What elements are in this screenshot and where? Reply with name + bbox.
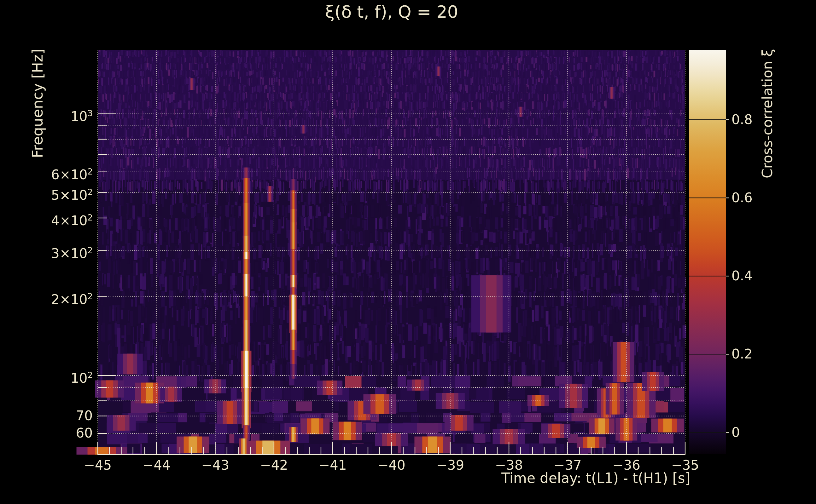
colorbar-tick-label: 0.4 <box>732 267 753 284</box>
y-axis-label: Frequency [Hz] <box>30 49 45 158</box>
x-tick-label: −43 <box>190 457 241 473</box>
heatmap-plot-area <box>0 0 816 504</box>
x-tick-label: −39 <box>425 457 475 473</box>
x-tick-label: −36 <box>601 457 652 473</box>
x-tick-label: −37 <box>542 457 593 473</box>
x-tick-label: −35 <box>660 457 710 473</box>
x-tick-label: −44 <box>131 457 181 473</box>
x-tick-label: −42 <box>249 457 299 473</box>
chart-title: ξ(δ t, f), Q = 20 <box>0 2 783 22</box>
colorbar-tick-label: 0.2 <box>732 346 753 363</box>
x-tick-label: −38 <box>484 457 534 473</box>
y-tick-label: 4×102 <box>0 209 93 226</box>
y-tick-label: 2×102 <box>0 288 93 305</box>
y-tick-label: 102 <box>0 367 93 384</box>
colorbar-tick-label: 0 <box>732 424 740 441</box>
colorbar-tick-label: 0.6 <box>732 189 753 206</box>
y-tick-label: 60 <box>0 425 93 442</box>
y-tick-label: 103 <box>0 105 93 122</box>
y-tick-label: 70 <box>0 407 93 424</box>
x-tick-label: −45 <box>72 457 123 473</box>
y-tick-label: 3×102 <box>0 242 93 259</box>
colorbar-tick-label: 0.8 <box>732 111 753 128</box>
y-tick-label: 5×102 <box>0 184 93 201</box>
y-tick-label: 6×102 <box>0 163 93 180</box>
x-tick-label: −41 <box>308 457 358 473</box>
x-tick-label: −40 <box>366 457 417 473</box>
figure: ξ(δ t, f), Q = 20 Frequency [Hz] Time de… <box>0 0 816 504</box>
colorbar-label: Cross-correlation ξ <box>761 49 774 178</box>
